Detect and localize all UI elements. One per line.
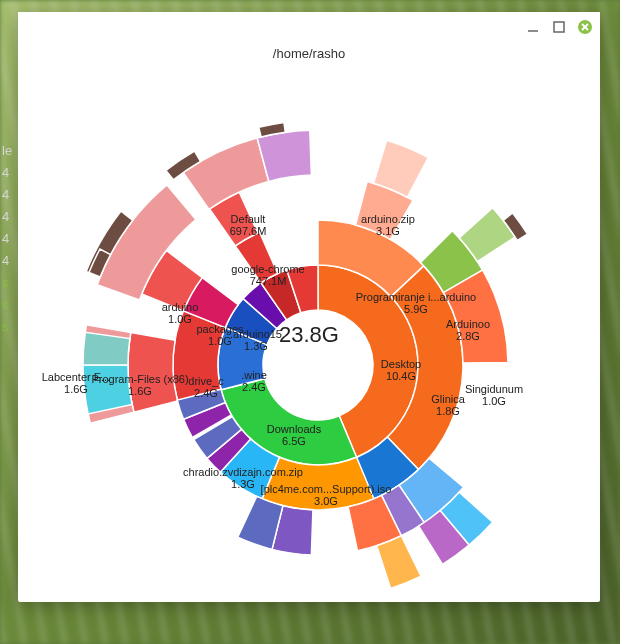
side-line: s	[2, 316, 12, 338]
side-line: 4	[2, 184, 12, 206]
sunburst-chart[interactable]: 23.8G arduino.zip3.1GProgramiranje i...a…	[18, 65, 600, 605]
svg-rect-1	[554, 22, 564, 32]
side-line: s	[2, 272, 12, 294]
minimize-button[interactable]	[526, 20, 540, 34]
side-line: 4	[2, 250, 12, 272]
side-line: 4	[2, 228, 12, 250]
side-line: 4	[2, 162, 12, 184]
sunburst-segment[interactable]	[83, 332, 130, 365]
baobab-window: /home/rasho 23.8G arduino.zip3.1GProgram…	[18, 12, 600, 602]
sunburst-segment[interactable]	[83, 365, 132, 414]
sunburst-segment[interactable]	[377, 536, 421, 589]
close-button[interactable]	[578, 20, 592, 34]
maximize-button[interactable]	[552, 20, 566, 34]
sunburst-segment[interactable]	[128, 333, 178, 413]
sunburst-segment[interactable]	[183, 138, 269, 209]
side-panel: le 4 4 4 4 4 s s s	[2, 140, 12, 338]
side-line: 4	[2, 206, 12, 228]
page-title: /home/rasho	[18, 42, 600, 65]
titlebar	[18, 12, 600, 42]
sunburst-segment[interactable]	[262, 457, 374, 510]
side-line: s	[2, 294, 12, 316]
total-size-label: 23.8G	[279, 322, 339, 348]
side-line: le	[2, 140, 12, 162]
